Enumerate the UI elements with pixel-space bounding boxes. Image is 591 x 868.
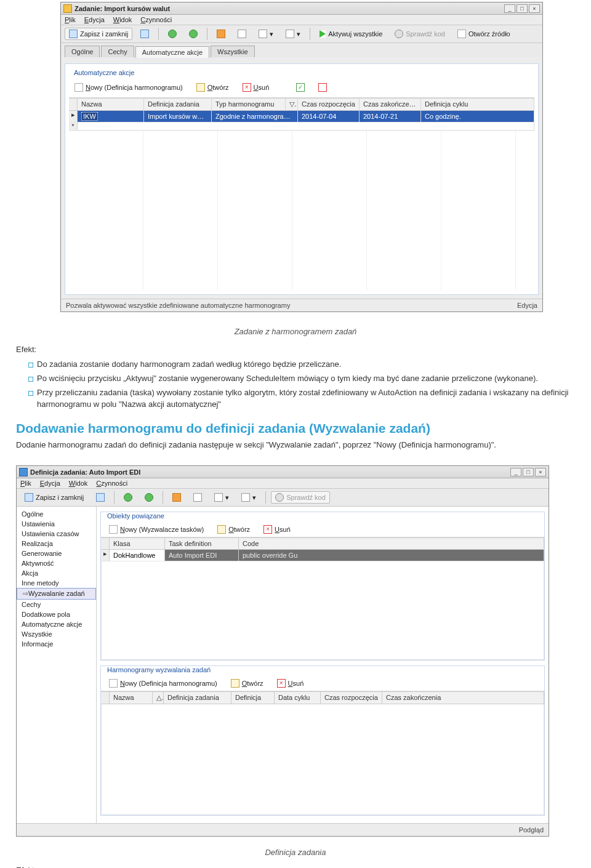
side-realizacja[interactable]: Realizacja [17,539,96,549]
g2-col-end[interactable]: Czas zakończenia [382,692,544,704]
titlebar-2[interactable]: Definicja zadania: Auto Import EDI _ □ × [17,466,549,478]
side-cechy[interactable]: Cechy [17,600,96,609]
col-end[interactable]: Czas zakończenia [360,98,421,110]
side-inne[interactable]: Inne metody [17,578,96,588]
close-button[interactable]: × [529,4,540,13]
disk-icon-2 [96,493,105,502]
g1-col-klasa[interactable]: Klasa [110,538,165,549]
save-close-button[interactable]: Zapisz i zamknij [65,28,132,40]
open-source-button[interactable]: Otwórz źródło [453,28,515,40]
row-marker: ▸ [69,111,78,122]
maximize-button[interactable]: □ [517,4,528,13]
grid1-row[interactable]: ▸ DokHandlowe Auto Import EDI public ove… [101,550,544,561]
g2-col-definicja[interactable]: Definicja [231,692,275,704]
menu-czynnosci[interactable]: Czynności [140,16,172,23]
g2-col-sort[interactable]: △ [153,692,164,704]
col-start[interactable]: Czas rozpoczęcia [298,98,360,110]
clear-button[interactable] [314,81,331,94]
g2-col-def[interactable]: Definicja zadania [164,692,231,704]
open-icon-2b [231,679,239,688]
col-typ[interactable]: Typ harmonogramu [212,98,286,110]
side-ustawienia[interactable]: Ustawienia [17,519,96,529]
nav-back-button[interactable] [164,28,181,40]
menu2-czynnosci[interactable]: Czynności [96,480,127,487]
nav-back-2[interactable] [119,491,137,504]
open-label: Otwórz [207,84,229,91]
new-trigger-button[interactable]: Nowy (Wyzwalacze tasków) [105,523,208,536]
tool-2[interactable] [233,28,251,40]
tab-auto-akcje[interactable]: Automatyczne akcje [135,46,209,58]
g2-col-start[interactable]: Czas rozpoczęcia [321,692,382,704]
menu-plik[interactable]: Plik [65,16,76,23]
g2-col-data[interactable]: Data cyklu [275,692,321,704]
delete-button-2a[interactable]: × Usuń [259,523,295,536]
side-dodatkowe[interactable]: Dodatkowe pola [17,609,96,619]
side-auto[interactable]: Automatyczne akcje [17,619,96,629]
side-aktywnosc[interactable]: Aktywność [17,558,96,568]
col-sort-icon[interactable]: ▽ [286,98,298,110]
side-ogolne[interactable]: Ogólne [17,509,96,519]
menu2-widok[interactable]: Widok [69,480,88,487]
new-schedule-button[interactable]: Nowy (Definicja harmonogramu) [70,81,187,94]
check-button[interactable]: ✓ [292,81,309,94]
menu2-edycja[interactable]: Edycja [40,480,60,487]
side-info[interactable]: Informacje [17,639,96,649]
menu-edycja[interactable]: Edycja [84,16,105,23]
delete-button[interactable]: × Usuń [238,81,274,94]
open-button[interactable]: Otwórz [192,81,233,94]
list-icon-2 [193,493,202,502]
tab-ogolne[interactable]: Ogólne [65,46,100,57]
save-button-2[interactable] [92,491,109,504]
menu-widok[interactable]: Widok [113,16,132,23]
minimize-button[interactable]: _ [504,4,515,13]
t2-1[interactable] [168,491,185,504]
menu2-plik[interactable]: Plik [20,480,31,487]
side-wszystkie[interactable]: Wszystkie [17,629,96,639]
tool-1[interactable] [212,28,230,40]
grid-row-selected[interactable]: ▸ IKW Import kursów walut Zgodnie z harm… [69,111,534,123]
open-button-2b[interactable]: Otwórz [227,677,268,689]
close-button-2[interactable]: × [535,468,546,476]
side-czasy[interactable]: Ustawienia czasów [17,529,96,539]
check-code-button-2[interactable]: Sprawdź kod [271,491,330,504]
grid-row-new[interactable]: * [69,123,534,131]
t2-3[interactable]: ▾ [210,491,233,504]
activate-all-button[interactable]: Aktywuj wszystkie [315,28,387,39]
titlebar[interactable]: Zadanie: Import kursów walut _ □ × [61,2,542,15]
col-cycle[interactable]: Definicja cyklu [421,98,534,110]
grid-icon-2 [172,493,181,502]
g1-col-code[interactable]: Code [239,538,544,549]
window-title-2: Definicja zadania: Auto Import EDI [30,468,510,476]
g2-col-nazwa[interactable]: Nazwa [110,692,153,704]
t2-4[interactable]: ▾ [237,491,260,504]
tool-3[interactable]: ▾ [254,28,278,40]
minimize-button-2[interactable]: _ [510,468,521,476]
col-def[interactable]: Definicja zadania [144,98,212,110]
delete-button-2b[interactable]: × Usuń [273,677,308,689]
app-icon-2 [19,468,28,476]
side-akcja[interactable]: Akcja [17,568,96,578]
nav-fwd-button[interactable] [185,28,202,40]
cell-start: 2014-07-04 [298,111,360,122]
new-schedule-button-2[interactable]: Nowy (Definicja harmonogramu) [105,677,222,689]
cell-nazwa[interactable]: IKW [78,111,144,122]
tab-wszystkie[interactable]: Wszystkie [211,46,255,57]
tool-4[interactable]: ▾ [281,28,305,40]
side-wyzwalanie[interactable]: ⇨Wyzwalanie zadań [17,588,96,600]
g1-col-task[interactable]: Task definition [165,538,239,549]
maximize-button-2[interactable]: □ [523,468,534,476]
save-close-button-2[interactable]: Zapisz i zamknij [20,491,88,504]
open-icon [196,83,205,92]
side-generowanie[interactable]: Generowanie [17,549,96,558]
arrow-right-icon-2 [145,493,153,502]
arrow-right-icon [189,30,198,38]
arrow-left-icon [168,30,177,38]
save-button[interactable] [136,28,153,40]
tab-cechy[interactable]: Cechy [101,46,134,57]
t2-2[interactable] [189,491,206,504]
col-nazwa[interactable]: Nazwa [78,98,144,110]
nav-fwd-2[interactable] [140,491,158,504]
open-button-2a[interactable]: Otwórz [213,523,254,536]
check-code-button[interactable]: Sprawdź kod [390,28,449,40]
bullet-3: Przy przeliczaniu zadania (taska) wywoła… [28,387,575,411]
